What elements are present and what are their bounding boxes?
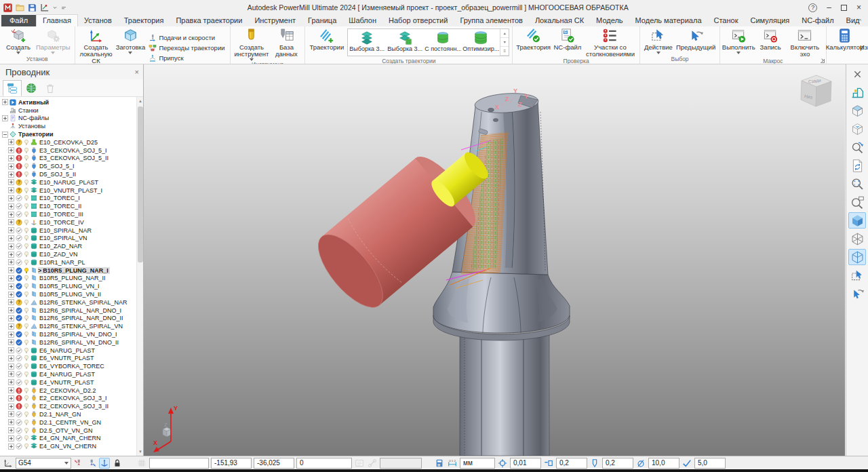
ribbon-small-button[interactable]: Переходы траектории — [146, 43, 226, 53]
tolerance-icon[interactable] — [497, 458, 508, 469]
select-previous[interactable] — [848, 286, 866, 302]
grid-size-field[interactable] — [149, 458, 209, 469]
diameter-icon[interactable] — [635, 458, 646, 469]
tree-item-toolpath[interactable]: E10_ZAD_NAR — [0, 242, 143, 250]
shaded-wireframe-view[interactable] — [848, 249, 866, 265]
tree-root-item[interactable]: Активный — [0, 98, 143, 106]
zoom-window[interactable] — [848, 194, 866, 210]
tree-item-toolpath[interactable]: ?B12R6_STENKA_SPIRAL_VN — [0, 322, 143, 330]
menu-tab[interactable]: Правка траектории — [170, 15, 248, 26]
tree-item-toolpath[interactable]: E10_SPIRAL_NAR — [0, 227, 143, 235]
tree-item-toolpath[interactable]: ?E10_TORCE_IV — [0, 218, 143, 227]
tree-root-item[interactable]: NC-файлы — [0, 115, 143, 123]
tolerance-field[interactable]: 0,01 — [510, 458, 541, 469]
ribbon-button[interactable]: Калькулятор — [829, 28, 861, 64]
ribbon-button[interactable]: Предыдущий — [675, 28, 717, 56]
tree-root-item[interactable]: Станки — [0, 106, 143, 115]
tree-item-toolpath[interactable]: > B10R5_PLUNG_NAR_I — [0, 267, 143, 275]
save-icon[interactable] — [27, 3, 37, 13]
dialog-launcher-icon[interactable] — [821, 59, 825, 63]
tree-item-toolpath[interactable]: D2.5_OTV_VN_GN — [0, 427, 143, 435]
tool-axis-lead[interactable] — [73, 458, 84, 469]
tree-item-toolpath[interactable]: E3_CEKOVKA_SOJ_5_II — [0, 155, 143, 163]
length-field[interactable]: 5,0 — [694, 458, 726, 469]
ribbon-button[interactable]: Включить эхо — [787, 28, 823, 58]
tree-item-toolpath[interactable]: D5_SOJ_5_II — [0, 170, 143, 178]
tree-item-toolpath[interactable]: ?B12R6_STENKA_SPIRAL_NAR — [0, 298, 143, 307]
refresh-view[interactable] — [848, 157, 866, 174]
zoom-to-fit[interactable] — [848, 176, 866, 192]
menu-tab[interactable]: Инструмент — [248, 15, 302, 26]
tree-item-toolpath[interactable]: E4_GN_NAR_CHERN — [0, 434, 143, 442]
menu-tab[interactable]: Симуляция — [745, 15, 796, 26]
gallery-arrow-icon[interactable]: ▴ — [500, 29, 509, 38]
machine-tool-view[interactable] — [848, 84, 866, 100]
select-action[interactable] — [848, 267, 866, 283]
tree-item-toolpath[interactable]: D2.1_NAR_GN — [0, 410, 143, 418]
lock-toggle[interactable] — [112, 458, 123, 469]
close-icon[interactable]: × — [856, 3, 861, 12]
tree-item-toolpath[interactable]: E6_VYBORKA_TOREC — [0, 362, 143, 370]
explorer-tab-tree[interactable] — [3, 80, 22, 96]
tree-item-toolpath[interactable]: E10_SPIRAL_VN — [0, 235, 143, 243]
explorer-close-icon[interactable]: × — [135, 68, 139, 76]
ribbon-small-button[interactable]: Припуск — [146, 54, 226, 63]
pause-calc-icon[interactable] — [434, 458, 445, 469]
previous-view[interactable] — [848, 139, 866, 155]
tree-item-toolpath[interactable]: E10_ZAD_VN — [0, 250, 143, 258]
gallery-item[interactable]: Оптимизир... — [462, 29, 500, 56]
workplane-select[interactable]: G54 — [16, 458, 71, 469]
tool-tip-icon[interactable] — [589, 458, 600, 469]
ribbon-button[interactable]: Создать инструмент — [233, 28, 271, 61]
gallery-item[interactable]: Выборка 3... — [348, 29, 386, 56]
tree-item-toolpath[interactable]: D5_SOJ_5_I — [0, 162, 143, 170]
gallery-item[interactable]: Выборка 3... — [386, 29, 424, 56]
thickness-icon[interactable] — [543, 458, 554, 469]
ribbon-button[interactable]: Заготовка — [115, 28, 146, 64]
close-toolbar[interactable] — [848, 66, 866, 82]
open-icon[interactable] — [15, 3, 25, 13]
tree-item-toolpath[interactable]: E6_NARUG_PLAST — [0, 347, 143, 355]
tree-item-toolpath[interactable]: ?E10_CEKOVKA_D25 — [0, 138, 143, 146]
tree-item-toolpath[interactable]: B12R6_SPIRAL_VN_DNO_II — [0, 338, 143, 347]
minimize-icon[interactable]: – — [827, 3, 831, 12]
menu-tab[interactable]: Траектория — [118, 15, 170, 26]
scroll-down-icon[interactable]: ▼ — [137, 448, 143, 455]
ribbon-small-button[interactable]: Подачи и скорости — [146, 33, 226, 43]
ribbon-button[interactable]: Запись — [755, 28, 786, 58]
menu-tab[interactable]: Станок — [708, 15, 745, 26]
tree-scrollbar[interactable]: ▲ ▼ — [136, 97, 143, 456]
tree-item-toolpath[interactable]: ?E10_VNUTR_PLAST_I — [0, 186, 143, 195]
tree-item-toolpath[interactable]: E10_TOREC_III — [0, 210, 143, 218]
tree-item-toolpath[interactable]: ?E10_NARUG_PLAST — [0, 178, 143, 186]
tree-item-toolpath[interactable]: E4_VNUTR_PLAST — [0, 378, 143, 387]
ribbon-button[interactable]: Измерение — [861, 28, 868, 64]
menu-tab[interactable]: Группа элементов — [454, 15, 528, 26]
link-field[interactable] — [380, 458, 422, 469]
tree-item-toolpath[interactable]: E2_CEKOVKA_SOJ_3_II — [0, 402, 143, 410]
cursor-z-field[interactable]: 0 — [296, 458, 352, 469]
gallery-arrow-icon[interactable]: ≡ — [500, 47, 509, 56]
viewport-3d[interactable]: X Z Y Z Y — [144, 64, 846, 456]
ribbon-button[interactable]: Создать локальную СК — [78, 28, 115, 64]
app-icon[interactable] — [3, 3, 13, 13]
menu-tab[interactable]: Главная — [36, 14, 78, 26]
menu-tab[interactable]: Модель материала — [629, 15, 708, 26]
shaded-view[interactable] — [848, 212, 866, 229]
tree-item-toolpath[interactable]: E10_TOREC_II — [0, 202, 143, 210]
ribbon-button[interactable]: GNC-файл — [552, 28, 583, 58]
tree-item-toolpath[interactable]: E2_CEKOVKA_D2.2 — [0, 387, 143, 395]
graph-icon[interactable] — [39, 3, 50, 13]
menu-tab[interactable]: Установ — [78, 15, 118, 26]
scroll-up-icon[interactable]: ▲ — [137, 98, 143, 104]
tree-item-toolpath[interactable]: E3_CEKOVKA_SOJ_5_I — [0, 146, 143, 155]
units-icon[interactable]: 0 1 2 — [447, 458, 458, 469]
menu-tab[interactable]: Шаблон — [342, 15, 382, 26]
ribbon-button[interactable]: Выполнить — [723, 28, 754, 58]
cursor-y-field[interactable]: -36,025 — [254, 458, 294, 469]
view-from-face[interactable] — [848, 121, 866, 137]
thickness-field[interactable]: 0,2 — [556, 458, 587, 469]
ribbon-button[interactable]: Траектория — [515, 28, 551, 58]
scroll-thumb[interactable] — [138, 106, 143, 262]
help-icon[interactable]: ? — [808, 3, 817, 12]
